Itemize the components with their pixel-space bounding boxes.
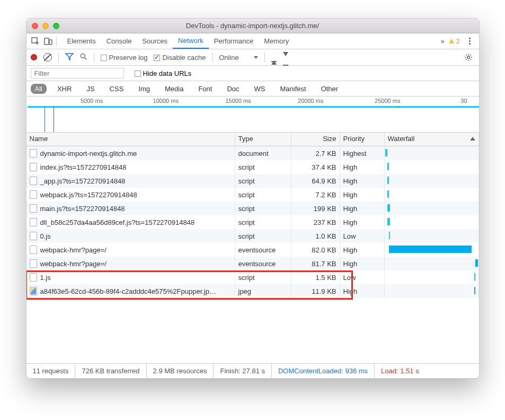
- request-priority: High: [340, 243, 385, 257]
- filter-type-all[interactable]: All: [31, 84, 47, 94]
- request-size: 64.9 KB: [291, 174, 340, 188]
- search-icon[interactable]: [80, 53, 87, 62]
- svg-rect-2: [49, 40, 52, 45]
- devtools-window: DevTools - dynamic-import-nextjs.glitch.…: [26, 18, 480, 379]
- timeline-tick: 20000 ms: [298, 98, 323, 104]
- throttle-select[interactable]: Online: [219, 54, 258, 62]
- request-priority: High: [340, 284, 385, 298]
- hide-data-urls-checkbox[interactable]: Hide data URLs: [135, 69, 192, 77]
- svg-rect-1: [45, 38, 49, 45]
- file-icon: [30, 218, 37, 226]
- request-priority: Low: [340, 229, 385, 243]
- tab-network[interactable]: Network: [173, 33, 209, 49]
- request-type: script: [235, 202, 291, 215]
- table-row[interactable]: 1.jsscript1.5 KBLow: [26, 270, 479, 284]
- disable-cache-checkbox[interactable]: Disable cache: [154, 54, 206, 62]
- request-grid: Name Type Size Priority Waterfall dynami…: [26, 133, 479, 363]
- request-name: dynamic-import-nextjs.glitch.me: [40, 150, 137, 158]
- device-toolbar-icon[interactable]: [43, 37, 53, 46]
- waterfall-cell: [385, 215, 479, 229]
- request-name: 0.js: [40, 232, 51, 240]
- preserve-log-checkbox[interactable]: Preserve log: [101, 54, 148, 62]
- file-icon: [30, 163, 37, 171]
- filter-type-other[interactable]: Other: [317, 84, 343, 94]
- minimize-window-button[interactable]: [42, 23, 49, 29]
- table-row[interactable]: webpack-hmr?page=/eventsource82.0 KBHigh: [26, 243, 479, 257]
- filter-type-doc[interactable]: Doc: [223, 84, 243, 94]
- tab-memory[interactable]: Memory: [259, 33, 294, 49]
- window-title: DevTools - dynamic-import-nextjs.glitch.…: [186, 22, 319, 30]
- table-row[interactable]: dynamic-import-nextjs.glitch.medocument2…: [26, 146, 479, 160]
- upload-icon[interactable]: [271, 52, 277, 62]
- filter-type-xhr[interactable]: XHR: [53, 84, 76, 94]
- request-priority: High: [340, 174, 385, 188]
- maximize-window-button[interactable]: [53, 23, 59, 29]
- request-priority: High: [340, 202, 385, 215]
- filter-toggle-icon[interactable]: [65, 52, 74, 63]
- tab-console[interactable]: Console: [101, 33, 137, 49]
- settings-menu-icon[interactable]: [465, 38, 475, 45]
- clear-button[interactable]: [43, 53, 52, 62]
- waterfall-cell: [385, 202, 479, 215]
- col-header-size[interactable]: Size: [291, 133, 340, 146]
- tab-performance[interactable]: Performance: [209, 33, 259, 49]
- col-header-type[interactable]: Type: [235, 133, 291, 146]
- request-type: jpeg: [235, 284, 291, 298]
- status-dcl: DOMContentLoaded: 936 ms: [272, 364, 375, 378]
- file-icon: [30, 232, 37, 240]
- status-load: Load: 1.51 s: [375, 364, 426, 378]
- tab-elements[interactable]: Elements: [62, 33, 101, 49]
- col-header-name[interactable]: Name: [26, 133, 235, 146]
- download-icon[interactable]: [283, 56, 288, 59]
- file-icon: [30, 204, 37, 213]
- request-name: 1.js: [40, 274, 51, 282]
- request-type: script: [235, 215, 291, 229]
- warning-badge[interactable]: 2: [449, 38, 460, 45]
- file-icon: [30, 149, 37, 158]
- request-size: 7.2 KB: [291, 188, 340, 202]
- request-priority: High: [340, 215, 385, 229]
- status-resources: 2.9 MB resources: [147, 364, 214, 378]
- filter-type-manifest[interactable]: Manifest: [276, 84, 311, 94]
- window-controls: [32, 23, 59, 29]
- close-window-button[interactable]: [32, 23, 38, 29]
- filter-type-font[interactable]: Font: [194, 84, 216, 94]
- table-row[interactable]: _app.js?ts=1572270914848script64.9 KBHig…: [26, 174, 479, 188]
- table-row[interactable]: 0.jsscript1.0 KBLow: [26, 229, 479, 243]
- table-row[interactable]: webpack.js?ts=1572270914848script7.2 KBH…: [26, 188, 479, 202]
- request-size: 237 KB: [291, 215, 340, 229]
- col-header-waterfall[interactable]: Waterfall: [385, 133, 479, 146]
- panel-tabs: ElementsConsoleSourcesNetworkPerformance…: [62, 33, 437, 49]
- network-toolbar: Preserve log Disable cache Online: [26, 49, 479, 66]
- waterfall-cell: [385, 160, 479, 174]
- waterfall-cell: [385, 257, 479, 270]
- filter-type-css[interactable]: CSS: [105, 84, 128, 94]
- filter-type-js[interactable]: JS: [82, 84, 99, 94]
- request-type: script: [235, 270, 291, 284]
- warning-icon: [449, 39, 454, 43]
- record-button[interactable]: [31, 54, 37, 60]
- filter-type-ws[interactable]: WS: [250, 84, 270, 94]
- table-row[interactable]: a84f63e5-62cd-456b-89f4-c2adddc4e575%2Fp…: [26, 284, 479, 298]
- filter-type-img[interactable]: Img: [134, 84, 154, 94]
- request-priority: Low: [340, 270, 385, 284]
- more-panels-icon[interactable]: »: [437, 37, 449, 45]
- table-row[interactable]: main.js?ts=1572270914848script199 KBHigh: [26, 202, 479, 215]
- request-size: 199 KB: [291, 202, 340, 215]
- timeline-tick: 25000 ms: [375, 98, 400, 104]
- filter-type-media[interactable]: Media: [161, 84, 188, 94]
- tab-sources[interactable]: Sources: [137, 33, 173, 49]
- request-type: script: [235, 188, 291, 202]
- file-icon: [30, 273, 37, 282]
- inspect-element-icon[interactable]: [31, 37, 40, 46]
- request-name: dll_b58c257da4aa56d89cef.js?ts=157227091…: [40, 218, 195, 226]
- table-row[interactable]: index.js?ts=1572270914848script37.4 KBHi…: [26, 160, 479, 174]
- timeline-overview[interactable]: 5000 ms10000 ms15000 ms20000 ms25000 ms3…: [26, 97, 479, 133]
- table-row[interactable]: dll_b58c257da4aa56d89cef.js?ts=157227091…: [26, 215, 479, 229]
- filter-input[interactable]: [31, 68, 124, 78]
- waterfall-cell: [385, 270, 479, 284]
- network-settings-icon[interactable]: [464, 53, 473, 62]
- table-row[interactable]: webpack-hmr?page=/eventsource81.7 KBHigh: [26, 257, 479, 270]
- col-header-priority[interactable]: Priority: [340, 133, 385, 146]
- request-size: 11.9 KB: [291, 284, 340, 298]
